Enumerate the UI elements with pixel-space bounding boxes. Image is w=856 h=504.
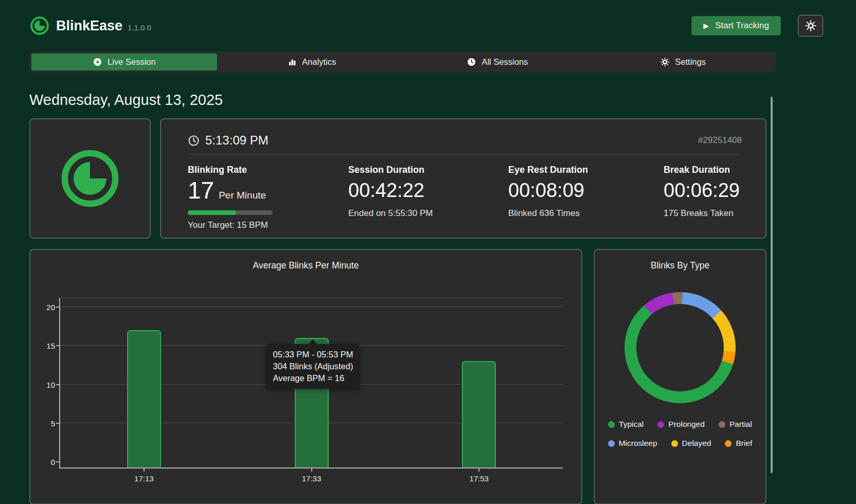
legend-item-partial: Partial — [719, 420, 752, 429]
x-axis-tick — [311, 469, 312, 472]
x-axis-tick — [478, 469, 479, 472]
tab-settings[interactable]: Settings — [590, 51, 776, 73]
stat-value: 17 — [188, 176, 214, 204]
brand: BlinkEase 1.1.0.0 — [30, 16, 151, 35]
tab-label: Analytics — [302, 57, 336, 67]
stat-label: Break Duration — [664, 165, 742, 175]
main-content: Wednesday, August 13, 2025 5:13:09 PM #2… — [29, 92, 776, 504]
stat-label: Session Duration — [348, 165, 508, 175]
donut-chart-card: Blinks By Type TypicalProlongedPartial M… — [594, 249, 766, 504]
stat-eye-rest-duration: Eye Rest Duration 00:08:09 Blinked 636 T… — [508, 165, 664, 230]
legend-dot — [725, 440, 732, 447]
legend-dot — [608, 440, 615, 447]
session-stats-grid: Blinking Rate 17 Per Minute Your Target:… — [188, 165, 742, 230]
blink-progress-bar — [188, 210, 273, 215]
donut-chart-title: Blinks By Type — [595, 250, 765, 271]
charts-row: Average Blinks Per Minute 05:33 PM - 05:… — [29, 249, 766, 504]
bar-17:13[interactable] — [127, 330, 161, 467]
session-id: #29251408 — [698, 135, 742, 146]
main-nav: Live Session Analytics All Sessions — [29, 51, 776, 73]
legend-dot — [608, 421, 615, 428]
play-circle-icon — [93, 57, 102, 67]
stat-sub: Blinked 636 Times — [508, 208, 664, 219]
stat-sub: Your Target: 15 BPM — [188, 220, 348, 230]
chart-tooltip: 05:33 PM - 05:53 PM 304 Blinks (Adjusted… — [266, 344, 360, 389]
y-axis-tick-label: 20 — [40, 303, 55, 312]
bar-chart-card: Average Blinks Per Minute 05:33 PM - 05:… — [29, 249, 582, 504]
date-heading: Wednesday, August 13, 2025 — [29, 92, 776, 109]
bar-chart-title: Average Blinks Per Minute — [30, 250, 581, 271]
y-axis-tick — [56, 307, 60, 308]
legend-label: Partial — [729, 420, 752, 429]
gear-icon — [805, 20, 817, 32]
vertical-scrollbar[interactable] — [771, 97, 773, 473]
y-axis-tick-label: 5 — [40, 419, 55, 428]
stat-value: 00:42:22 — [348, 179, 508, 202]
tab-label: All Sessions — [481, 57, 528, 67]
x-axis-tick-label: 17:53 — [456, 474, 502, 483]
tab-label: Settings — [675, 57, 706, 67]
legend-dot — [657, 421, 664, 428]
app-version: 1.1.0.0 — [128, 23, 151, 32]
legend-label: Typical — [619, 420, 644, 429]
settings-gear-button[interactable] — [798, 15, 823, 37]
tooltip-line: 05:33 PM - 05:53 PM — [273, 349, 353, 361]
session-separator — [188, 154, 742, 155]
y-axis-tick-label: 10 — [40, 381, 55, 389]
stats-row: 5:13:09 PM #29251408 Blinking Rate 17 Pe… — [29, 118, 766, 239]
donut-hole — [636, 304, 724, 391]
app-window: BlinkEase 1.1.0.0 ▶ Start Tracking — [0, 0, 856, 504]
stat-session-duration: Session Duration 00:42:22 Ended on 5:55:… — [348, 165, 508, 230]
tab-analytics[interactable]: Analytics — [219, 51, 405, 73]
legend-item-microsleep: Microsleep — [608, 439, 657, 448]
bar-chart-icon — [288, 58, 297, 67]
stat-break-duration: Break Duration 00:06:29 175 Breaks Taken — [664, 165, 742, 230]
legend-item-typical: Typical — [608, 420, 644, 429]
y-axis-tick-label: 0 — [40, 458, 55, 466]
bar-17:53[interactable] — [462, 361, 496, 467]
legend-row: TypicalProlongedPartial — [595, 420, 765, 429]
y-axis-tick-label: 15 — [40, 341, 55, 350]
x-axis-tick-label: 17:33 — [289, 474, 335, 483]
app-title: BlinkEase — [56, 18, 122, 34]
stat-value: 00:06:29 — [664, 179, 742, 202]
gear-icon — [660, 57, 670, 67]
pie-logo-icon — [60, 148, 120, 209]
y-axis-tick — [56, 345, 60, 346]
y-axis-tick — [56, 461, 60, 462]
x-axis-tick-label: 17:13 — [121, 474, 167, 483]
legend-item-delayed: Delayed — [671, 439, 711, 448]
blink-progress-fill — [188, 210, 236, 215]
stat-label: Blinking Rate — [188, 165, 348, 175]
play-icon: ▶ — [703, 22, 709, 29]
tab-all-sessions[interactable]: All Sessions — [405, 51, 591, 73]
legend-label: Microsleep — [619, 439, 657, 448]
tab-label: Live Session — [108, 57, 156, 67]
logo-card — [29, 118, 151, 239]
legend-dot — [671, 440, 678, 447]
stat-value: 00:08:09 — [508, 179, 664, 202]
app-logo-icon — [30, 16, 49, 35]
start-tracking-button[interactable]: ▶ Start Tracking — [691, 16, 781, 35]
stat-unit: Per Minute — [219, 190, 266, 201]
legend-dot — [719, 421, 725, 428]
legend-label: Delayed — [682, 439, 711, 448]
tab-live-session[interactable]: Live Session — [31, 53, 217, 70]
start-tracking-label: Start Tracking — [715, 21, 769, 31]
app-header: BlinkEase 1.1.0.0 ▶ Start Tracking — [0, 0, 856, 51]
legend-row: MicrosleepDelayedBrief — [595, 439, 765, 448]
stat-sub: 175 Breaks Taken — [664, 208, 742, 219]
stat-blinking-rate: Blinking Rate 17 Per Minute Your Target:… — [188, 165, 348, 230]
bar-chart-plot: 05:33 PM - 05:53 PM 304 Blinks (Adjusted… — [59, 298, 563, 469]
y-axis-tick — [56, 384, 60, 385]
y-axis-tick — [56, 423, 60, 424]
x-axis-tick — [144, 469, 145, 472]
session-card: 5:13:09 PM #29251408 Blinking Rate 17 Pe… — [160, 118, 766, 239]
legend-item-prolonged: Prolonged — [657, 420, 705, 429]
clock-icon — [467, 57, 476, 67]
legend-item-brief: Brief — [725, 439, 752, 448]
session-time: 5:13:09 PM — [205, 133, 269, 148]
legend-label: Prolonged — [668, 420, 705, 429]
clock-outline-icon — [188, 135, 200, 147]
gridline — [60, 307, 563, 307]
